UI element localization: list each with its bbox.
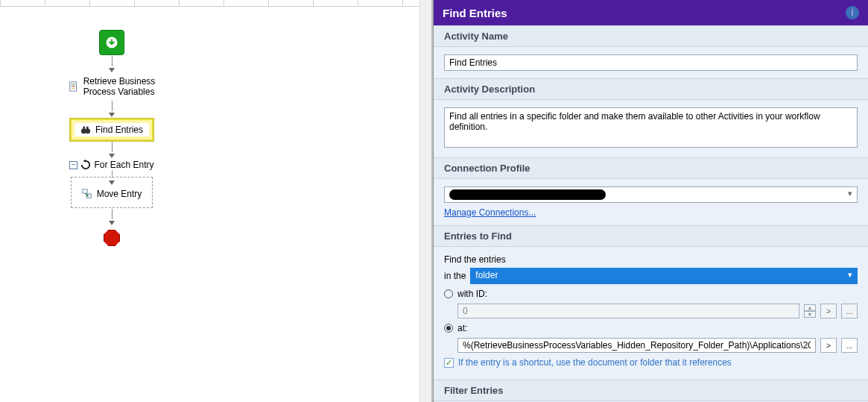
scope-select-value: folder bbox=[475, 270, 498, 280]
document-variables-icon bbox=[69, 81, 79, 92]
help-icon[interactable]: i bbox=[846, 6, 859, 19]
connection-profile-select[interactable] bbox=[444, 186, 858, 203]
at-path-radio[interactable] bbox=[444, 324, 453, 333]
section-header-activity-description: Activity Description bbox=[434, 78, 868, 100]
activity-name-input[interactable] bbox=[444, 54, 858, 71]
connection-profile-value-redacted bbox=[449, 189, 606, 200]
svg-rect-9 bbox=[83, 189, 87, 193]
vertical-scrollbar[interactable] bbox=[419, 0, 431, 402]
activity-move-entry[interactable]: Move Entry bbox=[77, 186, 147, 201]
path-browse-button[interactable]: ... bbox=[841, 338, 858, 353]
path-input[interactable] bbox=[457, 338, 816, 353]
activity-label: Find Entries bbox=[95, 125, 143, 135]
svg-rect-7 bbox=[83, 127, 85, 130]
section-header-filter-entries: Filter Entries bbox=[434, 380, 868, 401]
shortcut-checkbox-label: If the entry is a shortcut, use the docu… bbox=[458, 357, 732, 368]
workflow-canvas[interactable]: Retrieve Business Process Variables Find… bbox=[0, 0, 433, 402]
activity-label: For Each Entry bbox=[94, 160, 153, 170]
activity-retrieve-business-process-variables[interactable]: Retrieve Business Process Variables bbox=[64, 74, 160, 100]
svg-rect-2 bbox=[71, 84, 75, 85]
section-header-connection-profile: Connection Profile bbox=[434, 157, 868, 179]
id-browse-button: ... bbox=[841, 304, 858, 318]
scope-select[interactable]: folder bbox=[470, 268, 858, 284]
id-token-button: > bbox=[820, 304, 837, 318]
at-path-label: at: bbox=[457, 323, 467, 333]
section-header-activity-name: Activity Name bbox=[434, 25, 868, 47]
binoculars-icon bbox=[80, 125, 91, 135]
activity-description-textarea[interactable] bbox=[444, 107, 858, 148]
loop-body-container[interactable]: Move Entry bbox=[71, 177, 153, 208]
section-header-entries-to-find: Entries to Find bbox=[434, 225, 868, 247]
activity-label: Retrieve Business Process Variables bbox=[83, 76, 156, 98]
svg-rect-3 bbox=[71, 87, 75, 87]
entry-id-input: 0 bbox=[457, 304, 799, 318]
path-token-button[interactable]: > bbox=[820, 338, 837, 353]
in-the-label: in the bbox=[444, 271, 466, 281]
shortcut-checkbox[interactable]: ✓ bbox=[444, 358, 454, 368]
activity-label: Move Entry bbox=[97, 189, 142, 199]
properties-pane: Find Entries i Activity Name Activity De… bbox=[433, 0, 868, 402]
svg-rect-4 bbox=[71, 88, 75, 89]
loop-icon bbox=[80, 160, 91, 170]
manage-connections-link[interactable]: Manage Connections... bbox=[444, 207, 536, 218]
activity-for-each-entry[interactable]: − For Each Entry bbox=[69, 160, 153, 170]
find-the-entries-label: Find the entries bbox=[444, 254, 858, 265]
collapse-toggle-icon[interactable]: − bbox=[69, 161, 77, 169]
activity-find-entries[interactable]: Find Entries bbox=[70, 119, 153, 141]
panel-title: Find Entries bbox=[443, 7, 507, 19]
end-node-icon[interactable] bbox=[104, 230, 120, 246]
with-id-radio[interactable] bbox=[444, 289, 453, 298]
with-id-label: with ID: bbox=[457, 289, 487, 299]
entry-id-spinner: ▲▼ bbox=[804, 304, 816, 318]
svg-rect-8 bbox=[86, 127, 89, 130]
move-entry-icon bbox=[82, 189, 92, 199]
panel-title-bar: Find Entries i bbox=[434, 0, 868, 25]
start-node-icon[interactable] bbox=[99, 30, 124, 55]
